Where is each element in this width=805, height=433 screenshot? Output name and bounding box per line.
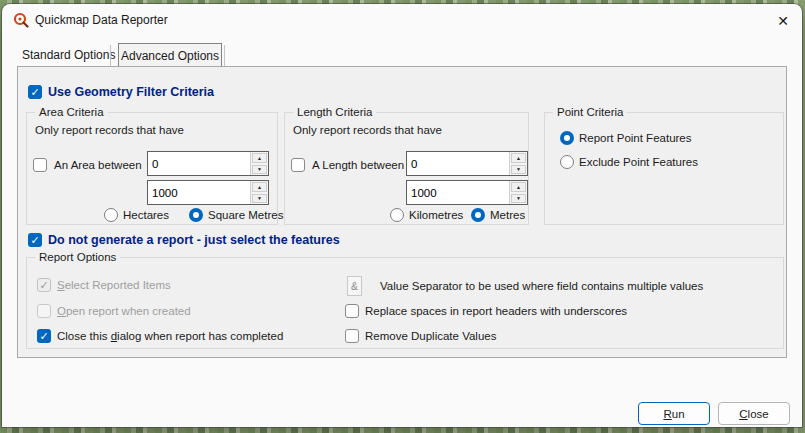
close-button[interactable]: Close — [718, 402, 790, 425]
close-dialog-label[interactable]: Close this dialog when report has comple… — [57, 329, 283, 344]
length-criteria-title: Length Criteria — [293, 105, 376, 120]
spin-down-icon[interactable]: ▼ — [252, 194, 267, 204]
area-min-input[interactable] — [148, 152, 250, 175]
a-length-between-label[interactable]: A Length between — [312, 158, 404, 173]
value-separator-input: & — [347, 276, 362, 296]
no-report-label[interactable]: Do not generate a report - just select t… — [48, 232, 340, 248]
length-min-spinner: ▲ ▼ — [406, 151, 528, 176]
window-title: Quickmap Data Reporter — [35, 13, 168, 27]
a-length-between-checkbox[interactable] — [291, 158, 305, 172]
replace-spaces-label[interactable]: Replace spaces in report headers with un… — [365, 304, 627, 319]
select-reported-items-checkbox: ✓ — [37, 278, 51, 292]
spin-down-icon[interactable]: ▼ — [511, 165, 526, 175]
length-max-input[interactable] — [407, 181, 509, 204]
length-min-spin-buttons: ▲ ▼ — [509, 152, 527, 175]
length-max-spinner: ▲ ▼ — [406, 180, 528, 205]
hectares-label[interactable]: Hectares — [123, 208, 169, 223]
square-metres-label[interactable]: Square Metres — [208, 208, 283, 223]
hectares-radio[interactable] — [104, 208, 118, 222]
area-max-spin-buttons: ▲ ▼ — [250, 181, 268, 204]
length-max-spin-buttons: ▲ ▼ — [509, 181, 527, 204]
length-criteria-group: Length Criteria Only report records that… — [284, 112, 529, 225]
remove-duplicates-checkbox[interactable] — [345, 329, 359, 343]
replace-spaces-checkbox[interactable] — [345, 304, 359, 318]
quickmap-data-reporter-dialog: Quickmap Data Reporter ✕ Standard Option… — [2, 4, 802, 427]
label-text: pen report when created — [66, 305, 191, 317]
tab-divider — [110, 45, 111, 66]
mnemonic-letter: S — [57, 279, 65, 291]
label-text: un — [672, 408, 685, 420]
report-point-features-radio[interactable] — [560, 131, 574, 145]
area-min-spinner: ▲ ▼ — [147, 151, 269, 176]
metres-radio[interactable] — [471, 208, 485, 222]
mnemonic-letter: C — [739, 408, 747, 420]
report-options-group: Report Options ✓ Select Reported Items O… — [26, 257, 784, 349]
title-bar[interactable]: Quickmap Data Reporter ✕ — [2, 4, 802, 36]
area-max-input[interactable] — [148, 181, 250, 204]
spin-up-icon[interactable]: ▲ — [511, 153, 526, 163]
advanced-options-panel: ✓ Use Geometry Filter Criteria Area Crit… — [17, 66, 787, 358]
metres-label[interactable]: Metres — [490, 208, 525, 223]
point-criteria-group: Point Criteria Report Point Features Exc… — [544, 112, 784, 225]
an-area-between-label[interactable]: An Area between — [54, 158, 142, 173]
area-criteria-group: Area Criteria Only report records that h… — [26, 112, 278, 225]
no-report-checkbox[interactable]: ✓ — [28, 233, 42, 247]
report-point-features-label[interactable]: Report Point Features — [579, 131, 692, 146]
label-text: ialog when report has completed — [117, 330, 283, 342]
tab-divider — [224, 45, 225, 66]
spin-down-icon[interactable]: ▼ — [511, 194, 526, 204]
report-options-title: Report Options — [35, 250, 120, 265]
point-criteria-title: Point Criteria — [553, 105, 627, 120]
length-min-input[interactable] — [407, 152, 509, 175]
quickmap-logo-icon — [13, 12, 29, 28]
close-dialog-checkbox[interactable]: ✓ — [37, 329, 51, 343]
mnemonic-letter: R — [663, 408, 671, 420]
kilometres-radio[interactable] — [390, 208, 404, 222]
exclude-point-features-label[interactable]: Exclude Point Features — [579, 155, 698, 170]
kilometres-label[interactable]: Kilometres — [409, 208, 463, 223]
spin-down-icon[interactable]: ▼ — [252, 165, 267, 175]
mnemonic-letter: O — [57, 305, 66, 317]
tab-standard-options[interactable]: Standard Options — [22, 46, 115, 64]
run-button[interactable]: Run — [638, 402, 710, 425]
label-text: elect Reported Items — [65, 279, 171, 291]
use-geometry-filter-label[interactable]: Use Geometry Filter Criteria — [48, 84, 214, 100]
spin-up-icon[interactable]: ▲ — [511, 182, 526, 192]
area-criteria-title: Area Criteria — [35, 105, 108, 120]
label-text: lose — [748, 408, 769, 420]
open-report-checkbox — [37, 304, 51, 318]
use-geometry-filter-checkbox[interactable]: ✓ — [28, 85, 42, 99]
close-window-icon[interactable]: ✕ — [770, 10, 796, 32]
area-hint-text: Only report records that have — [35, 123, 184, 138]
exclude-point-features-radio[interactable] — [560, 155, 574, 169]
area-min-spin-buttons: ▲ ▼ — [250, 152, 268, 175]
value-separator-label: Value Separator to be used where field c… — [380, 279, 703, 294]
length-hint-text: Only report records that have — [293, 123, 442, 138]
square-metres-radio[interactable] — [189, 208, 203, 222]
area-max-spinner: ▲ ▼ — [147, 180, 269, 205]
spin-up-icon[interactable]: ▲ — [252, 182, 267, 192]
an-area-between-checkbox[interactable] — [33, 158, 47, 172]
open-report-label: Open report when created — [57, 304, 191, 319]
remove-duplicates-label[interactable]: Remove Duplicate Values — [365, 329, 496, 344]
label-text: Close this — [57, 330, 111, 342]
spin-up-icon[interactable]: ▲ — [252, 153, 267, 163]
select-reported-items-label: Select Reported Items — [57, 278, 171, 293]
tab-advanced-options[interactable]: Advanced Options — [118, 43, 222, 68]
